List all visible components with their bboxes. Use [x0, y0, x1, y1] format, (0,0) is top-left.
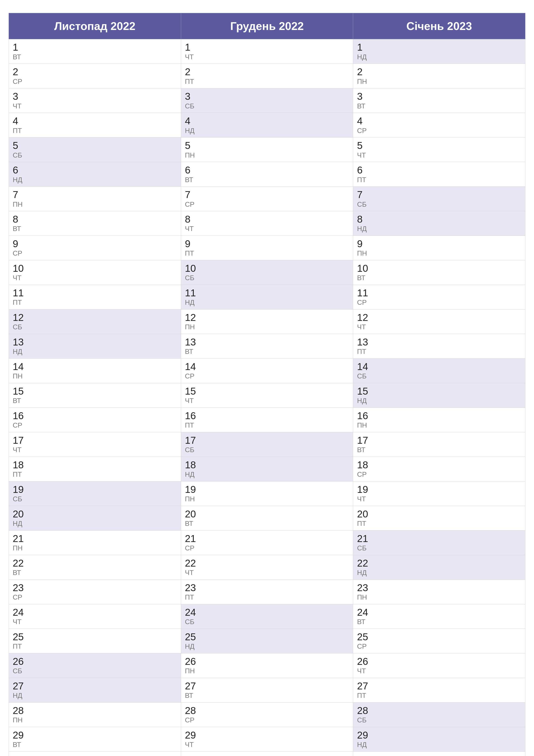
table-row: 9ПТ — [181, 235, 353, 260]
table-row: 17ВТ — [353, 432, 525, 457]
table-row: 1ВТ — [9, 39, 181, 64]
table-row: 27НД — [9, 678, 181, 702]
table-row: 22ВТ — [9, 555, 181, 580]
table-row: 7СБ — [353, 186, 525, 211]
table-row: 4СР — [353, 113, 525, 137]
table-row: 25СР — [353, 629, 525, 653]
table-row: 4ПТ — [9, 113, 181, 137]
table-row: 3СБ — [181, 88, 353, 113]
table-row: 11СР — [353, 285, 525, 309]
table-row: 18ПТ — [9, 457, 181, 481]
table-row: 8ЧТ — [181, 211, 353, 235]
header-january: Січень 2023 — [353, 13, 525, 39]
table-row: 2СР — [9, 64, 181, 88]
table-row: 20ВТ — [181, 506, 353, 530]
table-row: 22ЧТ — [181, 555, 353, 580]
table-row: 6НД — [9, 162, 181, 186]
table-row: 3ВТ — [353, 88, 525, 113]
table-row: 24ЧТ — [9, 604, 181, 629]
table-row: 13ПТ — [353, 334, 525, 358]
table-row: 23СР — [9, 580, 181, 604]
table-row: 21СР — [181, 530, 353, 555]
table-row: 7СР — [181, 186, 353, 211]
table-row: 27ВТ — [181, 678, 353, 702]
table-row: 14ПН — [9, 358, 181, 383]
table-row: 22НД — [353, 555, 525, 580]
table-row: 5ПН — [181, 137, 353, 162]
table-row: 5ЧТ — [353, 137, 525, 162]
table-row: 8ВТ — [9, 211, 181, 235]
table-row: 18НД — [181, 457, 353, 481]
table-row: 13ВТ — [181, 334, 353, 358]
table-row: 29ВТ — [9, 727, 181, 751]
table-row: 26СБ — [9, 653, 181, 678]
table-row: 30СР — [9, 751, 181, 756]
calendar-table: Листопад 2022 Грудень 2022 Січень 2023 1… — [9, 13, 525, 756]
table-row: 13НД — [9, 334, 181, 358]
table-row: 25НД — [181, 629, 353, 653]
table-row: 2ПН — [353, 64, 525, 88]
table-row: 5СБ — [9, 137, 181, 162]
table-row: 16СР — [9, 408, 181, 432]
table-row: 17ЧТ — [9, 432, 181, 457]
table-row: 6ВТ — [181, 162, 353, 186]
table-row: 7ПН — [9, 186, 181, 211]
table-row: 28ПН — [9, 702, 181, 727]
table-row: 3ЧТ — [9, 88, 181, 113]
table-row: 10ВТ — [353, 260, 525, 285]
table-row: 11ПТ — [9, 285, 181, 309]
table-row: 1ЧТ — [181, 39, 353, 64]
table-row: 20ПТ — [353, 506, 525, 530]
table-row: 19ЧТ — [353, 481, 525, 506]
table-row: 9СР — [9, 235, 181, 260]
table-row: 24ВТ — [353, 604, 525, 629]
table-row: 10СБ — [181, 260, 353, 285]
table-row: 1НД — [353, 39, 525, 64]
table-row: 16ПН — [353, 408, 525, 432]
table-row: 12СБ — [9, 309, 181, 334]
table-row: 30ПТ — [181, 751, 353, 756]
table-row: 14СР — [181, 358, 353, 383]
table-row: 10ЧТ — [9, 260, 181, 285]
table-row: 18СР — [353, 457, 525, 481]
header-december: Грудень 2022 — [181, 13, 353, 39]
table-row: 15НД — [353, 383, 525, 408]
table-row: 25ПТ — [9, 629, 181, 653]
table-row: 12ЧТ — [353, 309, 525, 334]
table-row: 19СБ — [9, 481, 181, 506]
table-row: 23ПН — [353, 580, 525, 604]
table-row: 15ЧТ — [181, 383, 353, 408]
table-row: 8НД — [353, 211, 525, 235]
table-row: 2ПТ — [181, 64, 353, 88]
table-row: 26ПН — [181, 653, 353, 678]
table-row: 15ВТ — [9, 383, 181, 408]
table-row: 27ПТ — [353, 678, 525, 702]
table-row: 19ПН — [181, 481, 353, 506]
table-row: 24СБ — [181, 604, 353, 629]
header-november: Листопад 2022 — [9, 13, 181, 39]
table-row: 21ПН — [9, 530, 181, 555]
table-row: 29НД — [353, 727, 525, 751]
table-row: 16ПТ — [181, 408, 353, 432]
table-row: 20НД — [9, 506, 181, 530]
table-row: 29ЧТ — [181, 727, 353, 751]
table-row: 28СР — [181, 702, 353, 727]
table-row: 14СБ — [353, 358, 525, 383]
table-row: 11НД — [181, 285, 353, 309]
table-row: 23ПТ — [181, 580, 353, 604]
table-row: 21СБ — [353, 530, 525, 555]
table-row: 4НД — [181, 113, 353, 137]
table-row: 26ЧТ — [353, 653, 525, 678]
table-row: 6ПТ — [353, 162, 525, 186]
table-row: 12ПН — [181, 309, 353, 334]
table-row: 17СБ — [181, 432, 353, 457]
table-row: 30ПН — [353, 751, 525, 756]
table-row: 28СБ — [353, 702, 525, 727]
table-row: 9ПН — [353, 235, 525, 260]
